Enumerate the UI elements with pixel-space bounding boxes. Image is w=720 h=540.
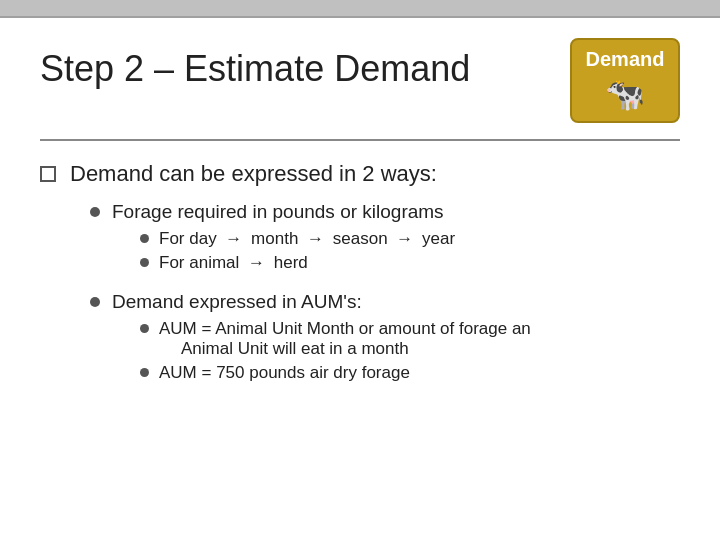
main-bullet-item: Demand can be expressed in 2 ways:	[40, 161, 680, 187]
aum-subitems: AUM = Animal Unit Month or amount of for…	[140, 319, 680, 383]
header-row: Step 2 – Estimate Demand Demand 🐄	[40, 38, 680, 123]
forage-subitem-1-text: For animal → herd	[159, 253, 308, 273]
aum-subitem-0-text: AUM = Animal Unit Month or amount of for…	[159, 319, 531, 359]
top-bar	[0, 0, 720, 18]
aum-subitem-0: AUM = Animal Unit Month or amount of for…	[140, 319, 680, 359]
section-aum: Demand expressed in AUM's: AUM = Animal …	[90, 291, 680, 383]
main-bullet-text: Demand can be expressed in 2 ways:	[70, 161, 437, 187]
aum-bullet: Demand expressed in AUM's:	[90, 291, 680, 313]
aum-subitem-1-text: AUM = 750 pounds air dry forage	[159, 363, 410, 383]
divider	[40, 139, 680, 141]
forage-label: Forage required in pounds or kilograms	[112, 201, 444, 223]
demand-badge-label: Demand	[584, 48, 666, 71]
demand-badge: Demand 🐄	[570, 38, 680, 123]
slide-title: Step 2 – Estimate Demand	[40, 48, 470, 90]
bullet-dot-1	[140, 258, 149, 267]
bullet-dot-0	[140, 234, 149, 243]
forage-subitems: For day → month → season → year For anim…	[140, 229, 680, 273]
aum-dot-0	[140, 324, 149, 333]
aum-label: Demand expressed in AUM's:	[112, 291, 362, 313]
forage-bullet: Forage required in pounds or kilograms	[90, 201, 680, 223]
aum-bullet-dot	[90, 297, 100, 307]
forage-bullet-dot	[90, 207, 100, 217]
forage-subitem-0: For day → month → season → year	[140, 229, 680, 249]
forage-subitem-1: For animal → herd	[140, 253, 680, 273]
aum-dot-1	[140, 368, 149, 377]
forage-subitem-0-text: For day → month → season → year	[159, 229, 455, 249]
aum-subitem-1: AUM = 750 pounds air dry forage	[140, 363, 680, 383]
section-forage: Forage required in pounds or kilograms F…	[90, 201, 680, 273]
content-area: Step 2 – Estimate Demand Demand 🐄 Demand…	[0, 18, 720, 421]
cow-icon: 🐄	[584, 75, 666, 113]
bullet-square-icon	[40, 166, 56, 182]
